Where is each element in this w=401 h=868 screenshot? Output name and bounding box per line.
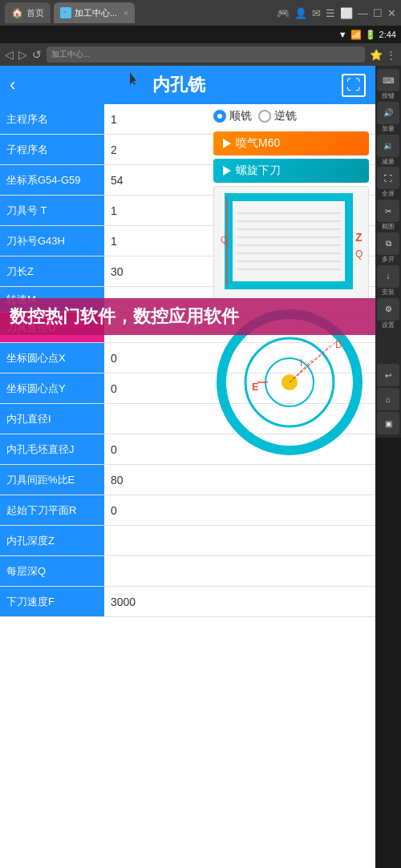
- svg-text:D: D: [335, 339, 342, 350]
- home-tab[interactable]: 🏠 首页: [5, 2, 51, 23]
- screenshot-button[interactable]: ✂: [377, 200, 399, 222]
- app-header: ‹ 内孔铣 ⛶: [0, 66, 375, 104]
- maximize-icon[interactable]: ☐: [373, 7, 383, 19]
- back-nav-button[interactable]: ◁: [5, 48, 14, 61]
- label-cx: 坐标圆心点X: [0, 343, 104, 373]
- refresh-nav-button[interactable]: ↺: [32, 48, 42, 61]
- browser-toolbar: ◁ ▷ ↺ 加工中心... ⭐ ⋮: [0, 43, 401, 66]
- multiopen-button[interactable]: ⧉: [377, 232, 399, 255]
- decrease-label: 减量: [382, 159, 395, 166]
- play-icon2: [223, 166, 231, 176]
- label-coord: 坐标系G54-G59: [0, 165, 104, 195]
- label-inner-dia: 内孔直径I: [0, 404, 104, 434]
- settings-sidebar-label: 设置: [382, 322, 395, 329]
- mail-icon: ✉: [312, 7, 321, 19]
- forward-nav-button[interactable]: ▷: [18, 48, 27, 61]
- label-cy: 坐标圆心点Y: [0, 373, 104, 403]
- right-panel: 顺铣 逆铣 喷气M60 螺旋下刀: [207, 104, 375, 465]
- svg-text:Q: Q: [221, 235, 228, 244]
- minimize-icon[interactable]: —: [358, 7, 368, 19]
- radio-shun-circle: [213, 110, 226, 123]
- decrease-button[interactable]: 🔉: [377, 135, 399, 157]
- battery-icon: 🔋: [365, 30, 376, 40]
- cursor-icon: [127, 72, 140, 85]
- recent-sidebar-icon: ▣: [385, 419, 392, 428]
- signal-icon: 📶: [350, 30, 362, 40]
- input-start-plane[interactable]: 0: [104, 495, 375, 525]
- increase-button[interactable]: 🔊: [377, 102, 399, 124]
- input-spacing[interactable]: 80: [104, 465, 375, 495]
- fullscreen-button[interactable]: ⛶: [377, 167, 399, 189]
- btn-spiral-plunge-label: 螺旋下刀: [236, 164, 281, 178]
- svg-text:Z: Z: [355, 231, 363, 244]
- app-expand-button[interactable]: ⛶: [342, 74, 366, 97]
- radio-ni-circle: [258, 110, 271, 123]
- label-sub-program: 子程序名: [0, 135, 104, 164]
- close-window-icon[interactable]: ✕: [387, 7, 396, 19]
- status-bar: ▼ 📶 🔋 2:44: [0, 26, 401, 43]
- home-sidebar-icon: ⌂: [386, 395, 391, 404]
- form-row-spacing: 刀具间距%比E 80: [0, 465, 375, 495]
- btn-spiral-plunge[interactable]: 螺旋下刀: [213, 159, 369, 183]
- label-depth: 内孔深度Z: [0, 526, 104, 555]
- address-bar[interactable]: 加工中心...: [47, 46, 365, 63]
- multiopen-icon: ⧉: [386, 239, 391, 248]
- browser-chrome: 🏠 首页 🔧 加工中心... × 🎮 👤 ✉ ☰ ⬜ — ☐ ✕ ▼ 📶 🔋 2…: [0, 0, 401, 66]
- back-sidebar-button[interactable]: ↩: [377, 364, 399, 386]
- form-row-feed: 下刀速度F 3000: [0, 587, 375, 617]
- svg-rect-0: [229, 197, 349, 285]
- tab-close-button[interactable]: ×: [124, 9, 128, 18]
- active-tab[interactable]: 🔧 加工中心... ×: [54, 2, 135, 23]
- clock: 2:44: [379, 30, 396, 39]
- right-sidebar: ⌨ 按键 🔊 加量 🔉 减量 ⛶ 全屏 ✂ 截图 ⧉ 多开 ↓ 安装 ⚙ 设置 …: [375, 66, 401, 438]
- form-row-depth: 内孔深度Z: [0, 526, 375, 556]
- rect-diagram-svg: Z Q Q: [221, 193, 373, 289]
- radio-option-ni[interactable]: 逆铣: [258, 109, 297, 123]
- keyboard-icon: ⌨: [383, 76, 394, 85]
- keyboard-button[interactable]: ⌨: [377, 69, 399, 91]
- increase-label: 加量: [382, 126, 395, 133]
- svg-line-18: [290, 346, 330, 382]
- home-sidebar-button[interactable]: ⌂: [377, 388, 399, 410]
- status-icons: ▼ 📶 🔋 2:44: [338, 30, 396, 40]
- user-icon: 👤: [294, 7, 307, 19]
- install-icon: ↓: [387, 272, 391, 281]
- label-layer-depth: 每层深Q: [0, 556, 104, 586]
- decrease-icon: 🔉: [383, 141, 393, 150]
- window-icon: ⬜: [340, 7, 353, 19]
- input-layer-depth[interactable]: [104, 556, 375, 586]
- active-tab-label: 加工中心...: [75, 7, 117, 19]
- fullscreen-icon: ⛶: [384, 174, 392, 183]
- back-sidebar-icon: ↩: [385, 371, 391, 380]
- label-start-plane: 起始下刀平面R: [0, 495, 104, 525]
- label-main-program: 主程序名: [0, 104, 104, 134]
- recent-sidebar-button[interactable]: ▣: [377, 412, 399, 434]
- btn-air-blow[interactable]: 喷气M60: [213, 131, 369, 155]
- svg-text:I: I: [300, 357, 302, 369]
- radio-option-shun[interactable]: 顺铣: [213, 109, 252, 123]
- input-depth[interactable]: [104, 526, 375, 555]
- form-row-start-plane: 起始下刀平面R 0: [0, 495, 375, 526]
- banner-text: 数控热门软件，数控应用软件: [10, 305, 239, 329]
- multiopen-label: 多开: [382, 256, 395, 264]
- fullscreen-label: 全屏: [382, 191, 395, 198]
- home-icon: 🏠: [11, 7, 23, 18]
- banner-overlay: 数控热门软件，数控应用软件: [0, 298, 375, 335]
- radio-ni-label: 逆铣: [274, 109, 297, 123]
- install-button[interactable]: ↓: [377, 265, 399, 288]
- app-container: ‹ 内孔铣 ⛶ 主程序名 1 子程序名 2 坐标系G54-G59 54 刀具号 …: [0, 66, 375, 868]
- app-back-button[interactable]: ‹: [10, 75, 15, 95]
- play-icon: [223, 139, 231, 148]
- radio-shun-label: 顺铣: [229, 109, 252, 123]
- label-tool-num: 刀具号 T: [0, 196, 104, 225]
- tab-bar: 🏠 首页 🔧 加工中心... × 🎮 👤 ✉ ☰ ⬜ — ☐ ✕: [0, 0, 401, 26]
- input-feed[interactable]: 3000: [104, 587, 375, 616]
- label-tool-comp: 刀补号G43H: [0, 226, 104, 256]
- label-tool-length: 刀长Z: [0, 256, 104, 286]
- settings-sidebar-icon: ⚙: [385, 305, 392, 313]
- svg-text:Q: Q: [355, 248, 363, 260]
- settings-sidebar-button[interactable]: ⚙: [377, 298, 399, 321]
- wifi-icon: ▼: [338, 30, 347, 39]
- screenshot-label: 截图: [382, 224, 395, 231]
- increase-icon: 🔊: [383, 108, 393, 117]
